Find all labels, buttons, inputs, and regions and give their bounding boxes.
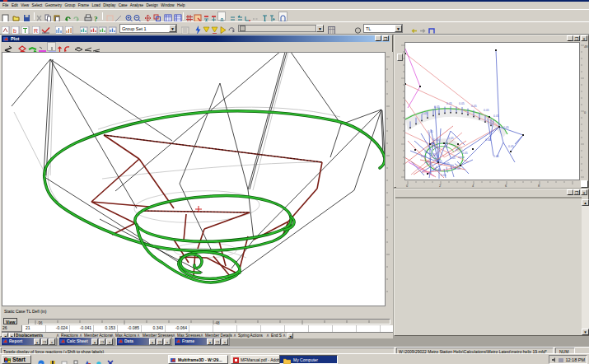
svg-text:0.05: 0.05	[446, 102, 452, 105]
svg-text:0.05: 0.05	[503, 126, 509, 129]
svg-text:b: b	[13, 28, 16, 34]
svg-text:48: 48	[584, 44, 588, 49]
svg-text:0.05: 0.05	[485, 138, 491, 142]
svg-text:0.05: 0.05	[421, 155, 427, 158]
svg-text:0.05: 0.05	[437, 160, 442, 163]
svg-text:R: R	[34, 28, 38, 34]
svg-text:0.05: 0.05	[484, 109, 489, 112]
svg-text:0.05: 0.05	[493, 114, 499, 118]
svg-text:0.05: 0.05	[448, 137, 454, 140]
svg-text:0.05: 0.05	[441, 174, 446, 177]
svg-text:0: 0	[584, 110, 587, 114]
svg-text:0.05: 0.05	[427, 162, 432, 166]
svg-text:0.05: 0.05	[455, 167, 460, 170]
svg-text:0.05: 0.05	[508, 145, 514, 148]
svg-text:0.05: 0.05	[444, 162, 450, 166]
svg-text:0.05: 0.05	[459, 102, 465, 105]
svg-text:0.05: 0.05	[431, 153, 437, 156]
svg-text:0.05: 0.05	[493, 155, 499, 158]
svg-text:0.05: 0.05	[428, 130, 433, 133]
svg-text:0.05: 0.05	[435, 169, 441, 172]
svg-text:0.05: 0.05	[434, 105, 440, 109]
svg-text:0.05: 0.05	[450, 156, 456, 160]
svg-text:0.05: 0.05	[422, 112, 428, 115]
svg-text:0.05: 0.05	[433, 138, 439, 142]
svg-text:0.05: 0.05	[471, 105, 477, 108]
svg-text:0.05: 0.05	[462, 152, 468, 155]
